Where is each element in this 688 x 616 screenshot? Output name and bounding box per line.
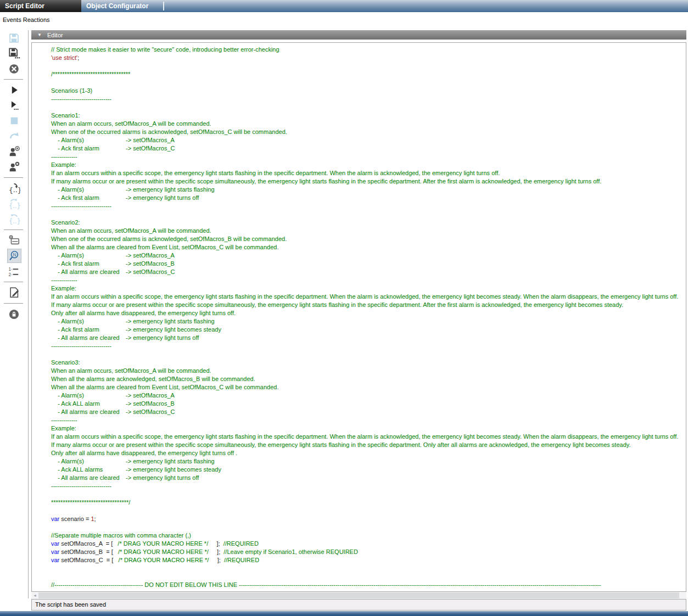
code-line: Example: [32, 424, 686, 433]
macro-undo-button[interactable]: {..} [0, 196, 28, 211]
macro-redo-button[interactable]: {..} [0, 211, 28, 227]
user-remove-button[interactable] [0, 159, 28, 175]
code-line: ------------- [32, 153, 686, 161]
export-button[interactable] [0, 285, 28, 300]
code-line [32, 350, 686, 359]
collapse-triangle-icon: ▼ [37, 32, 42, 37]
toolbar-divider [0, 227, 28, 233]
code-line: - Ack ALL alarms-> emergency light becom… [32, 466, 686, 474]
code-line: - Ack first alarm-> emergency light beco… [32, 326, 686, 334]
redo-button[interactable] [0, 128, 28, 144]
lock-button[interactable] [0, 306, 28, 322]
code-line: Scenarios (1-3) [32, 87, 686, 95]
code-line: When one of the occurred alarms is ackno… [32, 235, 686, 243]
event-clear-icon [7, 233, 21, 248]
run-options-icon [7, 98, 21, 113]
code-line: var setOfMacros_A = [ /* DRAG YOUR MACRO… [32, 540, 686, 548]
code-line: - Ack ALL alarm-> setOfMacros_B [32, 400, 686, 408]
close-button[interactable] [0, 61, 28, 76]
code-line: If an alarm occurs within a specific sco… [32, 433, 686, 441]
code-line: When an alarm occurs, setOfMacros_A will… [32, 367, 686, 375]
macro-redo-icon: {..} [7, 212, 21, 226]
code-line: Scenario2: [32, 219, 686, 227]
code-line [32, 210, 686, 219]
toolbar-divider [0, 76, 28, 82]
code-line: Only after all alarms have disappeared, … [32, 309, 686, 317]
code-line [32, 490, 686, 499]
code-line: //Separate multiple macros with comma ch… [32, 531, 686, 540]
code-line: ------------- [32, 416, 686, 424]
scrollbar-thumb[interactable] [38, 592, 679, 598]
code-line: var scenario = 1; [32, 515, 686, 523]
code-line: - Ack first alarm-> setOfMacros_B [32, 260, 686, 268]
code-line [32, 564, 686, 573]
events-reactions-label: Events Reactions [3, 16, 50, 23]
editor-panel-title: Editor [47, 32, 63, 38]
code-line [32, 507, 686, 515]
toolbar: {..}{..}{..}N1·2· [0, 30, 29, 598]
code-line: - Alarm(s)-> emergency light starts flas… [32, 186, 686, 194]
editor-panel: ▼ Editor // Strict mode makes it easier … [31, 30, 686, 611]
macro-insert-icon: {..} [7, 181, 21, 195]
code-line: // Strict mode makes it easier to write … [32, 46, 686, 54]
lock-icon [7, 307, 21, 321]
svg-text:{..}: {..} [9, 186, 20, 194]
code-line: ------------------------------ [32, 342, 686, 350]
code-line: When all the alarms are acknowledged, se… [32, 375, 686, 383]
svg-text:{..}: {..} [9, 217, 20, 225]
stop-button[interactable] [0, 113, 28, 128]
run-options-button[interactable] [0, 98, 28, 113]
code-line: When all the alarms are cleared from Eve… [32, 383, 686, 391]
code-line: If many alarms occur or are present with… [32, 441, 686, 449]
code-line: - All alarms are cleared-> setOfMacros_C [32, 268, 686, 276]
code-line: ------------- [32, 276, 686, 284]
save-icon [7, 31, 21, 45]
code-line: Scenario1: [32, 111, 686, 120]
line-numbers-button[interactable]: 1·2· [0, 264, 28, 279]
status-text: The script has been saved [35, 601, 106, 608]
code-line: When all the alarms are cleared from Eve… [32, 243, 686, 251]
tab-separator [163, 2, 164, 10]
user-block-button[interactable] [0, 144, 28, 159]
code-line: /********************************* [32, 70, 686, 79]
code-editor[interactable]: // Strict mode makes it easier to write … [31, 42, 686, 592]
toolbar-divider [0, 300, 28, 306]
code-line: //--------------------------------------… [32, 581, 686, 589]
code-line [32, 79, 686, 87]
code-line [32, 523, 686, 531]
code-line: When an alarm occurs, setOfMacros_A will… [32, 120, 686, 128]
code-line: - Alarm(s)-> emergency light starts flas… [32, 457, 686, 466]
toolbar-divider [0, 175, 28, 181]
script-editor-window: Script Editor Object Configurator Events… [0, 0, 688, 616]
tab-script-editor[interactable]: Script Editor [0, 0, 81, 12]
save-button[interactable] [0, 30, 28, 46]
save-as-icon [7, 46, 21, 60]
code-line: ------------------------------ [32, 95, 686, 103]
code-line: - Alarm(s)-> setOfMacros_A [32, 136, 686, 144]
code-line: If an alarm occurs within a specific sco… [32, 293, 686, 301]
scroll-left-button[interactable]: ◄ [31, 592, 38, 599]
code-line: - Ack first alarm-> setOfMacros_C [32, 144, 686, 153]
macro-insert-button[interactable]: {..} [0, 181, 28, 196]
event-clear-button[interactable] [0, 233, 28, 248]
code-line: When one of the occurred alarms is ackno… [32, 128, 686, 136]
horizontal-scrollbar[interactable]: ◄ [31, 592, 686, 599]
tab-bar: Script Editor Object Configurator [0, 0, 688, 12]
code-line: When an alarm occurs, setOfMacros_A will… [32, 227, 686, 235]
macro-undo-icon: {..} [7, 197, 21, 211]
tab-object-configurator[interactable]: Object Configurator [81, 0, 163, 12]
editor-panel-header[interactable]: ▼ Editor [31, 30, 686, 40]
svg-text:2·: 2· [8, 272, 12, 277]
code-line: If many alarms occur or are present with… [32, 177, 686, 186]
code-line [32, 573, 686, 581]
redo-icon [7, 129, 21, 143]
code-line: - All alarms are cleared-> emergency lig… [32, 334, 686, 342]
save-as-button[interactable] [0, 46, 28, 61]
svg-text:1·: 1· [8, 267, 12, 272]
code-line: Scenario3: [32, 359, 686, 367]
line-numbers-icon: 1·2· [7, 264, 21, 278]
code-line: Only after all alarms have disappeared, … [32, 449, 686, 457]
run-button[interactable] [0, 82, 28, 98]
find-button[interactable]: N [0, 248, 28, 264]
code-line: - Ack first alarm-> emergency light turn… [32, 194, 686, 202]
